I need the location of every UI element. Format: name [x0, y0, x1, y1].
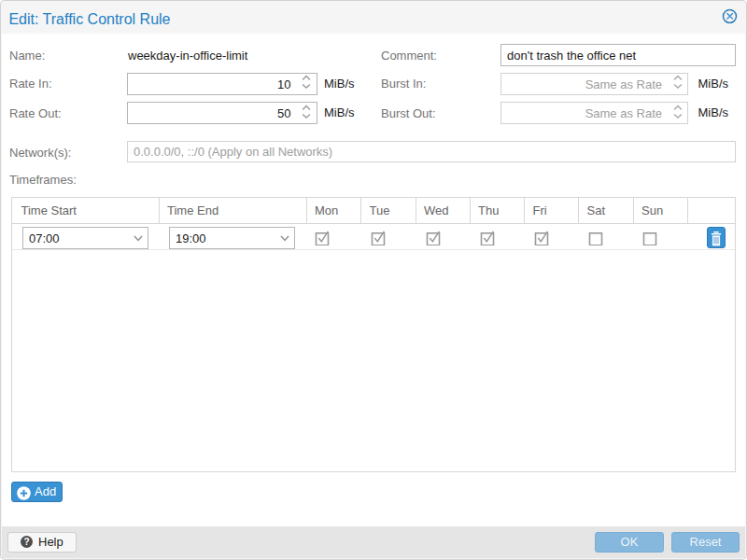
svg-text:?: ?: [23, 537, 29, 547]
